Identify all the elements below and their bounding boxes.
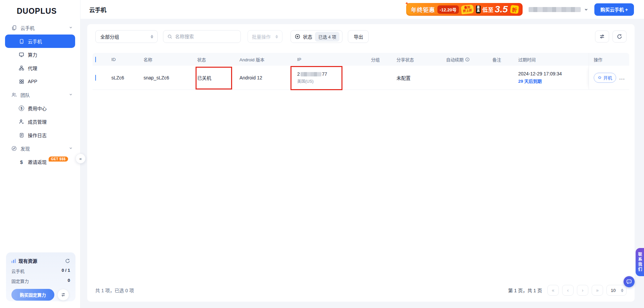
cell-id: sLZc6 [109, 75, 141, 80]
table-footer: 共 1 项，已选 0 项 第 1 页，共 1 页 « ‹ › » 10 [87, 280, 635, 302]
refresh-button[interactable] [612, 30, 627, 43]
page-title: 云手机 [89, 5, 106, 14]
network-icon [19, 65, 24, 71]
refresh-icon[interactable] [65, 258, 70, 263]
swap-icon-button[interactable] [57, 289, 69, 301]
plus-circle-icon [295, 34, 300, 39]
team-icon [11, 92, 17, 98]
page-size-select[interactable]: 10 [606, 285, 627, 296]
first-page-button[interactable]: « [547, 285, 559, 296]
top-header: 云手机 ✦ 年终钜惠 -12.20号 叠加折上折 最高 低至 3.5 折 购买云… [80, 0, 644, 19]
cell-expire: 2024-12-29 17:09:34 29 天后到期 [516, 71, 589, 84]
select-all-checkbox[interactable] [95, 57, 96, 62]
member-icon [19, 119, 24, 124]
col-ip: IP [294, 57, 368, 62]
resource-row-fixed-compute: 固定算力0 [11, 278, 70, 284]
promo-discount-badge: 折 [510, 5, 519, 14]
content-card: 全部分组 批量操作 状态 已选 4 项 导出 [87, 24, 635, 302]
cell-share: 未配置 [394, 74, 443, 81]
refresh-icon [617, 34, 622, 39]
expire-hint: 29 天后到期 [518, 78, 589, 84]
cell-ip: 277 美国(US) [294, 71, 368, 84]
select-caret-icon [275, 35, 278, 39]
chat-bubble-icon [626, 279, 632, 285]
power-on-button[interactable]: 开机 [594, 73, 616, 83]
next-page-button[interactable]: › [577, 285, 588, 296]
grid-icon [19, 79, 24, 84]
sidebar-item-members[interactable]: 成员管理 [5, 115, 75, 128]
contact-us-tab[interactable]: 联系我们 [636, 248, 644, 276]
buy-fixed-compute-button[interactable]: 购买固定算力 [11, 289, 54, 301]
sparkle-icon: ✦ [405, 1, 409, 6]
sidebar-item-cloud-phone[interactable]: 云手机 [5, 35, 75, 48]
row-checkbox[interactable] [95, 75, 96, 81]
last-page-button[interactable]: » [592, 285, 603, 296]
sidebar-group-discover[interactable]: 发现 [0, 142, 80, 155]
phone-icon [19, 39, 24, 44]
account-menu[interactable] [529, 7, 588, 12]
cell-status: 已关机 [195, 74, 237, 81]
promo-banner[interactable]: ✦ 年终钜惠 -12.20号 叠加折上折 最高 低至 3.5 折 [406, 3, 523, 16]
status-filter-chip[interactable]: 状态 已选 4 项 [290, 30, 342, 43]
sidebar-item-logs[interactable]: 操作日志 [5, 128, 75, 142]
sidebar-item-computing[interactable]: 算力 [5, 48, 75, 61]
col-renew: 自动续期 [443, 56, 490, 63]
resource-panel: 现有资源 云手机0 / 1 固定算力0 购买固定算力 [6, 252, 75, 301]
ip-region: 美国(US) [297, 78, 368, 84]
col-group: 分组 [368, 56, 394, 63]
col-id: ID [109, 57, 141, 62]
select-caret-icon [151, 35, 153, 39]
cell-name: snap_sLZc6 [141, 75, 195, 80]
ip-masked [301, 72, 321, 76]
phone-stack-icon [11, 25, 17, 30]
chevron-down-icon [69, 25, 73, 30]
chevron-down-icon [584, 7, 588, 12]
account-name-masked [529, 7, 581, 12]
batch-actions-select[interactable]: 批量操作 [248, 30, 282, 43]
power-icon [598, 76, 602, 80]
referral-badge: GET $$$ [49, 157, 68, 162]
search-box [163, 30, 241, 43]
device-table: ID 名称 状态 Android 版本 IP 分组 分享状态 自动续期 备注 过… [93, 53, 629, 90]
resource-row-cloud-phone: 云手机0 / 1 [11, 268, 70, 274]
buy-cloud-phone-button[interactable]: 购买云手机 + [594, 3, 634, 16]
prev-page-button[interactable]: ‹ [562, 285, 574, 296]
chat-bubble-button[interactable] [624, 276, 635, 287]
search-input[interactable] [175, 34, 236, 39]
sliders-icon [599, 34, 605, 39]
cell-actions: 开机 ... [589, 66, 629, 89]
sidebar-item-app[interactable]: APP [5, 75, 75, 88]
monitor-icon [19, 52, 24, 57]
promo-date-badge: -12.20号 [437, 5, 459, 14]
sidebar-nav: 云手机 云手机 算力 代理 [0, 21, 80, 169]
info-icon[interactable] [465, 57, 470, 62]
main-area: 云手机 ✦ 年终钜惠 -12.20号 叠加折上折 最高 低至 3.5 折 购买云… [80, 0, 644, 308]
pagination: 第 1 页，共 1 页 « ‹ › » 10 [508, 285, 627, 296]
col-expire: 过期时间 [516, 56, 589, 63]
table-header-row: ID 名称 状态 Android 版本 IP 分组 分享状态 自动续期 备注 过… [93, 53, 629, 66]
app-root: DUOPLUS 云手机 云手机 算力 [0, 0, 644, 308]
col-android: Android 版本 [237, 56, 294, 63]
more-actions-button[interactable]: ... [619, 75, 625, 80]
promo-stack-badge: 叠加折上折 [461, 4, 474, 14]
column-settings-button[interactable] [595, 30, 609, 43]
sidebar: DUOPLUS 云手机 云手机 算力 [0, 0, 80, 308]
col-actions: 操作 [589, 53, 629, 66]
col-status: 状态 [195, 56, 237, 63]
sidebar-item-referral[interactable]: $ 邀请返现 GET $$$ [5, 155, 75, 169]
sidebar-group-cloud-phone[interactable]: 云手机 [0, 21, 80, 35]
brand-logo: DUOPLUS [0, 0, 80, 16]
sidebar-collapse-button[interactable]: « [75, 153, 86, 164]
sidebar-item-billing[interactable]: $ 费用中心 [5, 102, 75, 115]
chevron-down-icon [69, 92, 73, 98]
sidebar-group-label: 云手机 [20, 24, 35, 31]
dollar-icon: $ [19, 159, 24, 165]
resource-panel-title: 现有资源 [18, 257, 37, 264]
group-filter-select[interactable]: 全部分组 [95, 30, 158, 43]
status-selected-badge: 已选 4 项 [315, 32, 339, 42]
dollar-circle-icon: $ [19, 106, 24, 111]
page-info: 第 1 页，共 1 页 [508, 287, 542, 294]
sidebar-item-proxy[interactable]: 代理 [5, 61, 75, 75]
export-button[interactable]: 导出 [348, 30, 369, 43]
sidebar-group-team[interactable]: 团队 [0, 88, 80, 102]
